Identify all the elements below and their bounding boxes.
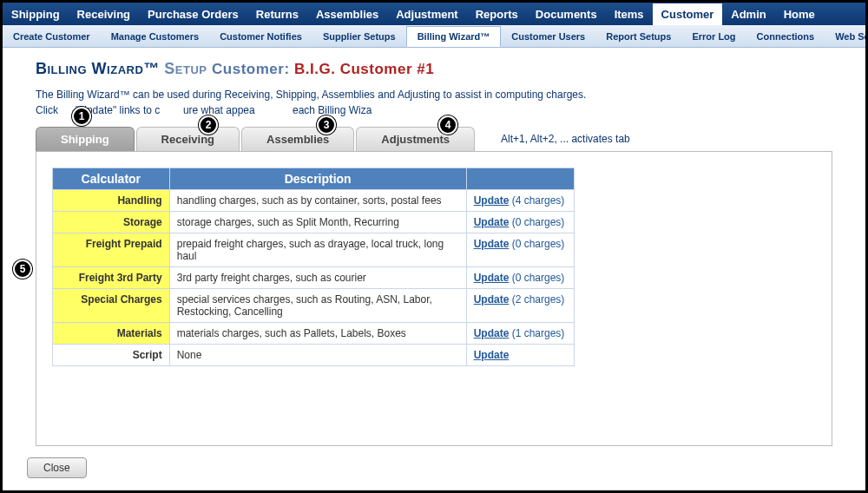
calc-desc: prepaid freight charges, such as drayage…	[169, 233, 466, 267]
table-row: Storagestorage charges, such as Split Mo…	[53, 212, 575, 233]
title-customer-label: Customer:	[212, 61, 290, 77]
subnav-item-customer-notifies[interactable]: Customer Notifies	[209, 27, 312, 46]
sub-nav: Create CustomerManage CustomersCustomer …	[3, 25, 865, 48]
calc-action: Update	[466, 345, 574, 366]
tab-panel: Calculator Description Handlinghandling …	[36, 151, 832, 446]
subnav-item-report-setups[interactable]: Report Setups	[595, 27, 681, 46]
tabs-row: ShippingReceivingAssembliesAdjustmentsAl…	[3, 127, 865, 151]
subnav-item-web-serv[interactable]: Web Serv	[825, 27, 868, 46]
title-customer-name: B.I.G. Customer #1	[294, 61, 434, 77]
tab-assemblies[interactable]: Assemblies	[241, 127, 354, 151]
subnav-item-customer-users[interactable]: Customer Users	[501, 27, 595, 46]
calc-desc: 3rd party freight charges, such as couri…	[169, 267, 466, 289]
charges-count: (4 charges)	[509, 194, 564, 207]
th-calculator: Calculator	[53, 168, 170, 190]
update-link[interactable]: Update	[474, 238, 510, 250]
table-row: Freight Prepaidprepaid freight charges, …	[53, 233, 575, 267]
charges-count: (1 charges)	[509, 327, 564, 339]
nav-item-admin[interactable]: Admin	[722, 3, 774, 25]
top-nav: ShippingReceivingPurchase OrdersReturnsA…	[3, 3, 865, 25]
th-description: Description	[169, 168, 466, 190]
update-link[interactable]: Update	[474, 194, 510, 207]
calc-name: Special Charges	[53, 289, 170, 323]
table-row: ScriptNoneUpdate	[53, 345, 575, 366]
table-row: Materialsmaterials charges, such as Pall…	[53, 323, 575, 345]
tab-receiving[interactable]: Receiving	[136, 127, 240, 151]
subnav-item-error-log[interactable]: Error Log	[681, 27, 746, 46]
nav-item-documents[interactable]: Documents	[527, 3, 606, 25]
page-title: Billing Wizard™ Setup Customer: B.I.G. C…	[3, 48, 865, 82]
table-row: Handlinghandling charges, such as by con…	[53, 190, 575, 212]
calc-action: Update (0 charges)	[466, 212, 574, 233]
charges-count: (0 charges)	[509, 272, 564, 284]
subnav-item-billing-wizard-[interactable]: Billing Wizard™	[406, 26, 502, 47]
update-link[interactable]: Update	[474, 349, 510, 361]
nav-item-home[interactable]: Home	[775, 3, 824, 25]
nav-item-purchase-orders[interactable]: Purchase Orders	[139, 3, 247, 25]
calc-name: Freight Prepaid	[53, 233, 170, 267]
annotation-badge-2: 2	[199, 115, 218, 135]
tabs-hint: Alt+1, Alt+2, ... activates tab	[501, 133, 630, 145]
calc-desc: storage charges, such as Split Month, Re…	[169, 212, 466, 233]
calc-desc: materials charges, such as Pallets, Labe…	[169, 323, 466, 345]
close-button[interactable]: Close	[27, 457, 87, 478]
th-action	[466, 168, 574, 190]
charges-count: (0 charges)	[509, 216, 564, 228]
intro-text: The Billing Wizard™ can be used during R…	[3, 82, 865, 127]
calc-desc: None	[169, 345, 466, 366]
annotation-badge-1: 1	[72, 107, 91, 126]
tab-shipping[interactable]: Shipping	[36, 127, 135, 151]
calc-name: Script	[53, 345, 170, 366]
tab-adjustments[interactable]: Adjustments	[356, 127, 475, 151]
calc-action: Update (0 charges)	[466, 233, 574, 267]
subnav-item-manage-customers[interactable]: Manage Customers	[101, 27, 209, 46]
annotation-badge-5: 5	[13, 260, 32, 279]
calc-name: Freight 3rd Party	[53, 267, 170, 289]
subnav-item-connections[interactable]: Connections	[746, 27, 825, 46]
calc-desc: special services charges, such as Routin…	[169, 289, 466, 323]
title-setup: Setup	[164, 60, 207, 77]
nav-item-shipping[interactable]: Shipping	[3, 3, 69, 25]
update-link[interactable]: Update	[474, 272, 510, 284]
annotation-badge-4: 4	[438, 115, 457, 135]
nav-item-receiving[interactable]: Receiving	[69, 3, 139, 25]
calculator-table: Calculator Description Handlinghandling …	[52, 168, 575, 366]
calc-desc: handling charges, such as by container, …	[169, 190, 466, 212]
nav-item-reports[interactable]: Reports	[467, 3, 527, 25]
calc-name: Materials	[53, 323, 170, 345]
title-main: Billing Wizard™	[36, 60, 160, 77]
nav-item-assemblies[interactable]: Assemblies	[307, 3, 387, 25]
calc-name: Handling	[53, 190, 170, 212]
nav-item-adjustment[interactable]: Adjustment	[387, 3, 467, 25]
subnav-item-supplier-setups[interactable]: Supplier Setups	[312, 27, 406, 46]
nav-item-customer[interactable]: Customer	[653, 3, 723, 25]
calc-action: Update (0 charges)	[466, 267, 574, 289]
calc-name: Storage	[53, 212, 170, 233]
update-link[interactable]: Update	[474, 293, 510, 306]
subnav-item-create-customer[interactable]: Create Customer	[3, 27, 101, 46]
table-row: Freight 3rd Party3rd party freight charg…	[53, 267, 575, 289]
table-row: Special Chargesspecial services charges,…	[53, 289, 575, 323]
nav-item-returns[interactable]: Returns	[247, 3, 307, 25]
calc-action: Update (1 charges)	[466, 323, 574, 345]
annotation-badge-3: 3	[317, 115, 336, 135]
nav-item-items[interactable]: Items	[606, 3, 653, 25]
calc-action: Update (2 charges)	[466, 289, 574, 323]
update-link[interactable]: Update	[474, 216, 510, 228]
charges-count: (0 charges)	[509, 238, 564, 250]
charges-count: (2 charges)	[509, 293, 564, 306]
update-link[interactable]: Update	[474, 327, 510, 339]
calc-action: Update (4 charges)	[466, 190, 574, 212]
